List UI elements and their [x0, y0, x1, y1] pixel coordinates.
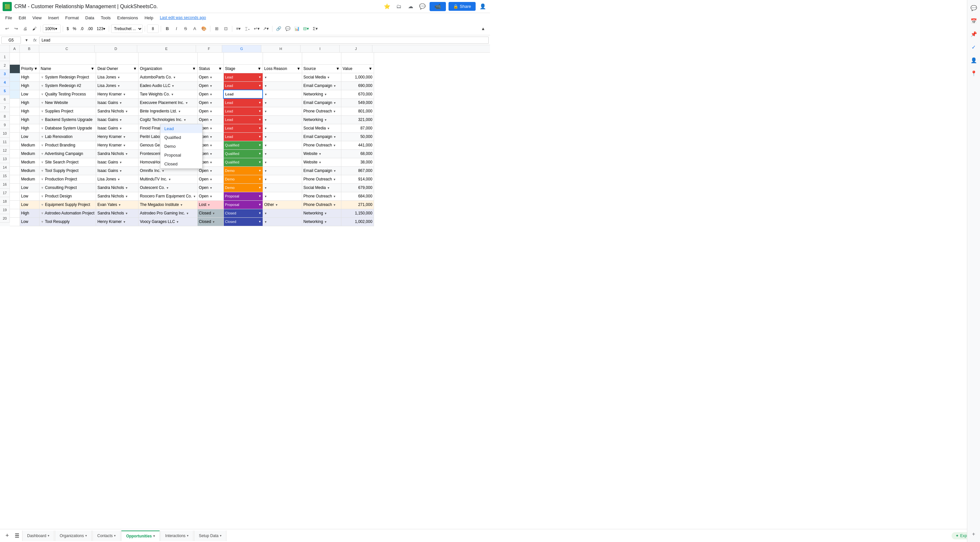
cell-stage-16[interactable]: Demo▼	[223, 183, 262, 192]
cell-status-3[interactable]: Open ▼	[197, 73, 223, 81]
menu-insert[interactable]: Insert	[45, 14, 61, 21]
cell-stage-5-selected[interactable]: Lead	[223, 90, 262, 99]
stage-dropdown[interactable]: Lead Qualified Demo Proposal Closed	[160, 124, 202, 169]
cell-loss-5[interactable]: ▼	[262, 90, 302, 99]
cell-stage-10[interactable]: Lead▼	[223, 132, 262, 141]
sort-icon[interactable]: ▼	[258, 66, 261, 71]
cell-loss-19[interactable]: ▼	[262, 209, 302, 217]
cell-value-3[interactable]: 1,000,000	[341, 73, 374, 81]
col-header-i[interactable]: I	[301, 45, 340, 52]
cell-stage-8[interactable]: Lead▼	[223, 115, 262, 124]
cell-value-15[interactable]: 914,000	[341, 175, 374, 183]
cell-a13[interactable]	[10, 158, 20, 166]
cell-a8[interactable]	[10, 115, 20, 124]
cell-a20[interactable]	[10, 217, 20, 226]
merge-button[interactable]: ⊡	[221, 24, 230, 33]
sort-icon[interactable]: ▼	[91, 66, 94, 71]
col-header-a[interactable]: A	[10, 45, 20, 52]
strikethrough-button[interactable]: S	[181, 24, 190, 33]
cell-name-6[interactable]: ▼ New Website	[39, 99, 96, 107]
borders-button[interactable]: ⊞	[212, 24, 221, 33]
cell-value-12[interactable]: 68,000	[341, 150, 374, 158]
percent-format-button[interactable]: %	[71, 24, 78, 33]
comment-icon[interactable]: 💬	[418, 2, 427, 11]
cell-value-19[interactable]: 1,150,000	[341, 209, 374, 217]
cell-source-16[interactable]: Social Media ▼	[302, 183, 341, 192]
currency-format-button[interactable]: $	[65, 24, 70, 33]
cell-name-18[interactable]: ▼ Equipment Supply Project	[39, 200, 96, 209]
row-16[interactable]: 16	[0, 180, 10, 189]
cell-loss-3[interactable]: ▼	[262, 73, 302, 81]
cell-name-13[interactable]: ▼ Site Search Project	[39, 158, 96, 166]
cell-name-10[interactable]: ▼ Lab Renovation	[39, 132, 96, 141]
cell-owner-18[interactable]: Evan Yates ▼	[96, 200, 138, 209]
cell-owner-9[interactable]: Isaac Gains ▼	[96, 124, 138, 132]
cell-g1[interactable]	[223, 53, 262, 64]
row-4[interactable]: 4	[0, 78, 10, 87]
cell-value-18[interactable]: 271,000	[341, 200, 374, 209]
chart-button[interactable]: 📊	[293, 24, 301, 33]
cell-source-20[interactable]: Networking ▼	[302, 217, 341, 226]
expand-formula-button[interactable]: ▾	[22, 36, 31, 45]
col-status-header[interactable]: Status ▼	[197, 64, 223, 73]
cell-name-8[interactable]: ▼ Backend Systems Upgrade	[39, 115, 96, 124]
row-8[interactable]: 8	[0, 112, 10, 121]
sort-icon[interactable]: ▼	[218, 66, 222, 71]
cell-value-10[interactable]: 50,000	[341, 132, 374, 141]
col-header-c[interactable]: C	[39, 45, 95, 52]
cell-stage-19[interactable]: Closed▼	[223, 209, 262, 217]
cell-loss-15[interactable]: ▼	[262, 175, 302, 183]
cell-org-7[interactable]: Binte Ingredients Ltd. ▼	[138, 107, 197, 115]
cell-loss-10[interactable]: ▼	[262, 132, 302, 141]
cell-owner-7[interactable]: Sandra Nichols ▼	[96, 107, 138, 115]
col-organization-header[interactable]: Organization ▼	[138, 64, 197, 73]
sort-icon[interactable]: ▼	[34, 66, 38, 71]
cloud-icon[interactable]: ☁	[406, 2, 415, 11]
cell-owner-8[interactable]: Isaac Gains ▼	[96, 115, 138, 124]
cell-priority-9[interactable]: High	[20, 124, 39, 132]
cell-value-4[interactable]: 690,000	[341, 81, 374, 90]
star-icon[interactable]: ⭐	[382, 2, 392, 11]
col-value-header[interactable]: Value ▼	[341, 64, 374, 73]
cell-source-11[interactable]: Phone Outreach ▼	[302, 141, 341, 150]
cell-priority-3[interactable]: High	[20, 73, 39, 81]
cell-org-3[interactable]: AutomboParts Co. ▼	[138, 73, 197, 81]
cell-i1[interactable]	[302, 53, 341, 64]
cell-b1[interactable]	[20, 53, 39, 64]
cell-stage-4[interactable]: Lead▼	[223, 81, 262, 90]
cell-status-17[interactable]: Open ▼	[197, 192, 223, 200]
dropdown-option-lead[interactable]: Lead	[161, 124, 202, 133]
cell-status-4[interactable]: Open ▼	[197, 81, 223, 90]
wrap-button[interactable]: ↵▾	[253, 24, 261, 33]
sort-icon[interactable]: ▼	[297, 66, 301, 71]
cell-priority-10[interactable]: Low	[20, 132, 39, 141]
row-12[interactable]: 12	[0, 146, 10, 155]
cell-stage-18[interactable]: Proposal▼	[223, 200, 262, 209]
cell-org-5[interactable]: Tare Weights Co. ▼	[138, 90, 197, 99]
cell-stage-13[interactable]: Qualified▼	[223, 158, 262, 166]
cell-priority-20[interactable]: Low	[20, 217, 39, 226]
cell-source-8[interactable]: Networking ▼	[302, 115, 341, 124]
cell-value-6[interactable]: 549,000	[341, 99, 374, 107]
cell-name-16[interactable]: ▼ Consulting Project	[39, 183, 96, 192]
cell-priority-5[interactable]: Low	[20, 90, 39, 99]
cell-loss-12[interactable]: ▼	[262, 150, 302, 158]
menu-extensions[interactable]: Extensions	[115, 14, 141, 21]
menu-edit[interactable]: Edit	[16, 14, 29, 21]
cell-name-17[interactable]: ▼ Product Design	[39, 192, 96, 200]
collapse-toolbar-button[interactable]: ▲	[479, 24, 487, 33]
cell-org-18[interactable]: The Megadoo Institute ▼	[138, 200, 197, 209]
cell-a12[interactable]	[10, 150, 20, 158]
cell-source-4[interactable]: Email Campaign ▼	[302, 81, 341, 90]
cell-org-19[interactable]: Astrodeo Pro Gaming Inc. ▼	[138, 209, 197, 217]
cell-source-18[interactable]: Phone Outreach ▼	[302, 200, 341, 209]
cell-priority-4[interactable]: High	[20, 81, 39, 90]
cell-source-7[interactable]: Phone Outreach ▼	[302, 107, 341, 115]
filter-button[interactable]: ⊟▾	[302, 24, 310, 33]
row-18[interactable]: 18	[0, 197, 10, 206]
col-header-b[interactable]: B	[20, 45, 39, 52]
row-3[interactable]: 3	[0, 70, 10, 78]
cell-a14[interactable]	[10, 166, 20, 175]
cell-a10[interactable]	[10, 132, 20, 141]
col-stage-header[interactable]: Stage ▼	[223, 64, 262, 73]
